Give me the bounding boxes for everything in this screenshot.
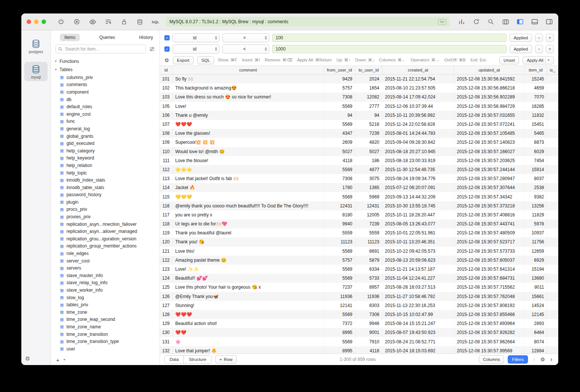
- table-row[interactable]: 118Ur legs are to die for🙌🏻💖994072392015…: [160, 219, 558, 228]
- unset-button[interactable]: Unset: [499, 56, 519, 64]
- table-item[interactable]: ▦time_zone: [51, 309, 160, 316]
- table-item[interactable]: ▦global_grants: [51, 133, 160, 140]
- tab-queries[interactable]: Queries: [95, 34, 119, 41]
- filter-checkbox[interactable]: ✓: [164, 35, 170, 40]
- table-item[interactable]: ▦user: [51, 345, 160, 353]
- minimize-button[interactable]: [34, 19, 39, 24]
- filter-remove-button[interactable]: −: [535, 45, 543, 53]
- lock-icon[interactable]: [120, 18, 128, 25]
- filter-applied-button[interactable]: Applied: [510, 34, 532, 42]
- table-item[interactable]: ▦columns_priv: [51, 74, 160, 81]
- table-item[interactable]: ▦tables_priv: [51, 301, 160, 309]
- filter-operator-select[interactable]: <: [222, 45, 269, 54]
- table-row[interactable]: 119Thank you beautiful @laurel5559555920…: [160, 228, 558, 237]
- add-item-dropdown-icon[interactable]: [63, 359, 66, 361]
- filter-tune-icon[interactable]: [149, 46, 155, 52]
- toggle-bottom-panel-icon[interactable]: [531, 18, 538, 25]
- column-header-id[interactable]: id: [160, 66, 173, 74]
- data-view-button[interactable]: Data: [165, 356, 183, 363]
- column-header-item_id[interactable]: item_id: [525, 66, 547, 74]
- table-item[interactable]: ▦slave_worker_info: [51, 286, 160, 294]
- table-row[interactable]: 122Amazing pastel theme 😊575758792015-08…: [160, 256, 558, 265]
- filter-operator-select[interactable]: >: [222, 33, 269, 42]
- column-header-updated_at[interactable]: updated_at: [454, 66, 525, 74]
- table-item[interactable]: ▦replication_grou...iguration_version: [51, 235, 160, 243]
- tables-section[interactable]: Tables: [51, 66, 160, 74]
- filter-value-input[interactable]: [272, 45, 507, 53]
- table-row[interactable]: 102This background is amazing😍5757165420…: [160, 83, 558, 92]
- column-header-is_[interactable]: is_: [547, 66, 558, 74]
- table-row[interactable]: 112🌟🌟🌟556948772015-11-30 12:54:49.735201…: [160, 165, 558, 174]
- zoom-button[interactable]: [42, 19, 46, 24]
- table-item[interactable]: ▦password_history: [51, 191, 160, 199]
- apply-all-button[interactable]: Apply All: [523, 56, 554, 64]
- table-item[interactable]: ▦slow_log: [51, 294, 160, 301]
- table-item[interactable]: ▦component: [51, 88, 160, 96]
- column-header-created_at[interactable]: created_at: [382, 66, 454, 74]
- table-item[interactable]: ▦innodb_table_stats: [51, 184, 160, 191]
- table-item[interactable]: ▦gtid_executed: [51, 140, 160, 147]
- filter-remove-button[interactable]: −: [535, 34, 543, 42]
- tab-history[interactable]: History: [134, 34, 157, 41]
- table-item[interactable]: ▦slave_master_info: [51, 272, 160, 279]
- table-row[interactable]: 111Love the blouse!41181862015-08-18 23:…: [160, 156, 558, 165]
- table-item[interactable]: ▦help_category: [51, 147, 160, 155]
- table-row[interactable]: 103Love this dress so much 😍 so nice for…: [160, 92, 558, 101]
- table-item[interactable]: ▦time_zone_name: [51, 323, 160, 331]
- table-row[interactable]: 130❤️❤️899590012015-08-07 19:43:50.92320…: [160, 328, 558, 337]
- table-settings-icon[interactable]: ⚙: [540, 357, 545, 362]
- table-row[interactable]: 107❤️❤️❤️556952162015-11-24 22:02:58.828…: [160, 120, 558, 129]
- table-item[interactable]: ▦time_zone_transition: [51, 331, 160, 338]
- table-item[interactable]: ▦slave_relay_log_info: [51, 279, 160, 287]
- column-view-icon[interactable]: [502, 18, 509, 25]
- table-row[interactable]: 108Love the glasses!434772392015-08-01 1…: [160, 129, 558, 138]
- connection-item-mysql[interactable]: mysql: [24, 62, 48, 81]
- next-page-icon[interactable]: ›: [549, 356, 554, 362]
- table-row[interactable]: 121Love this!556986912015-10-22 09:42:05…: [160, 247, 558, 256]
- table-item[interactable]: ▦time_zone_leap_second: [51, 316, 160, 323]
- filter-field-select[interactable]: id: [173, 33, 219, 42]
- table-row[interactable]: 129Beautiful action shot!737299462015-08…: [160, 319, 558, 328]
- table-row[interactable]: 132Love that jumper! 🐥899541182015-10-24…: [160, 346, 558, 353]
- table-row[interactable]: 105Love!556927772015-12-06 10:37:39.4420…: [160, 102, 558, 111]
- table-item[interactable]: ▦func: [51, 118, 160, 125]
- table-row[interactable]: 131🌸556979102015-08-24 21:08:52.7712015-…: [160, 337, 558, 346]
- column-header-comment[interactable]: comment: [173, 66, 324, 74]
- filter-add-button[interactable]: +: [546, 34, 554, 42]
- table-item[interactable]: ▦time_zone_transition_type: [51, 338, 160, 345]
- table-row[interactable]: 113Love that jacket! Outfit is fab 🙌🏻730…: [160, 174, 558, 183]
- add-item-button[interactable]: +: [56, 357, 60, 363]
- chart-icon[interactable]: [458, 18, 465, 25]
- table-item[interactable]: ▦general_log: [51, 125, 160, 133]
- table-row[interactable]: 117you are so pretty x8180120052015-10-1…: [160, 210, 558, 219]
- table-item[interactable]: ▦proxies_priv: [51, 213, 160, 221]
- table-item[interactable]: ▦engine_cost: [51, 110, 160, 118]
- column-header-from_user_id[interactable]: from_user_id: [324, 66, 355, 74]
- tab-items[interactable]: Items: [60, 34, 80, 41]
- database-icon[interactable]: [136, 18, 143, 25]
- add-row-button[interactable]: + Row: [215, 355, 237, 364]
- filter-value-input[interactable]: [272, 34, 507, 42]
- connect-icon[interactable]: [57, 18, 65, 25]
- table-item[interactable]: ▦role_edges: [51, 250, 160, 257]
- table-row[interactable]: 123Love! ✨✨556963342015-11-21 14:13:57.1…: [160, 265, 558, 274]
- filter-add-button[interactable]: +: [546, 45, 554, 53]
- connection-item-postgres[interactable]: postgres: [24, 36, 48, 56]
- table-item[interactable]: ▦comments: [51, 81, 160, 89]
- table-row[interactable]: 128❤️❤️❤️556973082015-10-15 10:02:47.992…: [160, 310, 558, 319]
- table-item[interactable]: ▦help_keyword: [51, 155, 160, 162]
- table-item[interactable]: ▦servers: [51, 264, 160, 272]
- prev-page-icon[interactable]: ‹: [532, 356, 537, 362]
- table-row[interactable]: 120Thank you! 😘11123111232015-10-11 13:2…: [160, 237, 558, 246]
- filter-applied-button[interactable]: Applied: [510, 45, 532, 53]
- table-item[interactable]: ▦help_relation: [51, 162, 160, 169]
- column-header-to_user_id[interactable]: to_user_id: [355, 66, 382, 74]
- sql-preview-button[interactable]: SQL: [197, 56, 214, 64]
- table-row[interactable]: 114Jacket 🔥178013652015-07-12 06:20:07.0…: [160, 183, 558, 192]
- sql-editor-icon[interactable]: SQL: [152, 18, 159, 25]
- table-row[interactable]: 125Love this photo! Your hair is gorgeou…: [160, 283, 558, 292]
- table-row[interactable]: 110Would love to! @mith 😊502750272015-08…: [160, 147, 558, 156]
- table-row[interactable]: 106Thank u @emily94942015-10-11 20:39:56…: [160, 111, 558, 120]
- preview-eye-icon[interactable]: [89, 18, 96, 25]
- structure-view-button[interactable]: Structure: [183, 356, 211, 363]
